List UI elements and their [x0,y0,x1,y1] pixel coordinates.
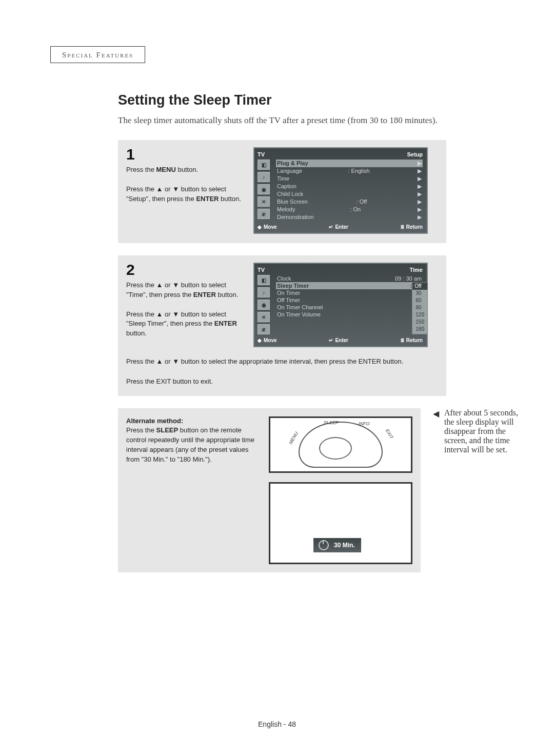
osd-item: On Timer Channel [276,304,423,311]
picture-icon: ◧ [258,160,270,170]
osd-category-icons: ◧ ♪ ◉ ✕ ⎚ [258,275,272,334]
osd-item: Time▶ [276,175,423,183]
osd-title: Time [410,267,423,273]
text: Press the ▲ or ▼ button to select "Sleep… [126,310,226,328]
remote-outline [299,422,383,468]
dropdown-option: 60 [416,297,424,304]
enter-label: ENTER [193,291,216,299]
text: button. [176,166,198,173]
osd-item-label: Language [277,168,302,174]
dropdown-option: 90 [416,304,424,311]
osd-tv-label: TV [258,151,265,157]
exit-label: EXIT [156,377,171,385]
alternate-method-block: Alternate method: Press the SLEEP button… [118,408,421,572]
text: button. [219,195,241,203]
osd-move-label: Move [264,224,277,230]
lead-paragraph: The sleep timer automatically shuts off … [118,115,518,126]
text: button to exit. [171,377,213,385]
step-2: 2 Press the ▲ or ▼ button to select "Tim… [118,255,446,396]
sleep-timer-dropdown: Off 30 60 90 120 150 180 [412,282,428,334]
osd-item-label: Caption [277,183,296,190]
updown-icon: ◆ [258,337,262,343]
osd-footer: ◆Move ↵Enter ⅢReturn [258,337,423,343]
remote-menu-label: MENU [288,431,299,445]
osd-setup-menu: TV Setup ◧ ♪ ◉ ✕ ⎚ Plug & Play▶ [253,147,428,234]
return-icon: Ⅲ [401,337,404,343]
osd-item: Demonstration▶ [276,213,423,221]
osd-item: Off Timer11 : [276,296,423,304]
osd-item: Caption▶ [276,183,423,190]
osd-item-value: : English [348,168,369,174]
osd-time-menu: TV Time ◧ ♪ ◉ ✕ ⎚ Clock09 : 30 am [253,263,428,347]
dropdown-option-selected: Off [412,283,427,290]
enter-label: ENTER [196,195,219,203]
sound-icon: ♪ [258,172,270,182]
osd-item-label: Off Timer [277,297,300,303]
osd-item: On Timer06 : [276,289,423,296]
sleep-popup-bar: 30 Min. [313,538,361,552]
dropdown-option: 150 [416,319,424,326]
input-icon: ⎚ [258,324,270,334]
sleep-label: SLEEP [156,426,179,434]
osd-item-value: : Off [357,198,367,205]
step-extra-instruction: Press the ▲ or ▼ button to select the ap… [126,356,438,387]
osd-item-label: On Timer Volume [277,311,321,317]
osd-category-icons: ◧ ♪ ◉ ✕ ⎚ [258,160,272,221]
text: button. [126,329,147,337]
osd-item: On Timer Volume [276,311,423,318]
osd-item-label: Sleep Timer [277,283,309,289]
arrow-icon: ▶ [416,206,422,213]
text: Press the ▲ or ▼ button to select the ap… [126,357,359,365]
arrow-icon: ▶ [416,168,422,174]
text: button. [216,291,238,299]
alt-heading: Alternate method: [126,417,183,425]
arrow-icon: ▶ [416,198,422,205]
osd-enter-label: Enter [335,224,348,230]
arrow-icon: ▶ [416,214,422,221]
text: button. [381,357,403,365]
osd-tv-label: TV [258,267,265,273]
osd-item: Plug & Play▶ [276,160,423,167]
arrow-icon: ▶ [416,175,422,182]
osd-item-label: Blue Screen [277,198,308,205]
osd-item-value: : On [350,206,361,213]
remote-sleep-label: SLEEP [324,420,339,425]
enter-icon: ↵ [329,337,333,343]
remote-info-label: INFO [359,421,370,426]
enter-icon: ↵ [329,224,333,230]
sleep-osd-popup: 30 Min. [269,482,412,564]
osd-item-label: On Timer Channel [277,304,323,310]
osd-return-label: Return [406,224,423,230]
text: Press the [126,377,156,385]
enter-label: ENTER [359,357,381,365]
osd-item: Language: English▶ [276,167,423,175]
setup-icon: ✕ [258,196,270,207]
arrow-icon: ▶ [416,160,422,167]
step-instruction: Press the MENU button. Press the ▲ or ▼ … [126,165,244,204]
step-instruction: Press the ▲ or ▼ button to select "Time"… [126,281,244,339]
remote-exit-label: EXIT [385,428,394,439]
remote-diagram: SLEEP INFO MENU EXIT [269,416,412,473]
osd-item: Melody: On▶ [276,206,423,213]
updown-icon: ◆ [258,224,262,230]
osd-item: Blue Screen: Off▶ [276,198,423,206]
osd-return-label: Return [406,337,423,343]
osd-title: Setup [407,151,423,157]
osd-item: Child Lock▶ [276,190,423,198]
menu-label: MENU [156,166,176,173]
osd-item: Clock09 : 30 am [276,275,423,282]
osd-item-label: Melody [277,206,295,213]
osd-item-label: Child Lock [277,191,303,197]
dropdown-option: 180 [416,326,424,333]
text: Press the [126,426,156,434]
side-note: ◀ After about 5 seconds, the sleep displ… [433,408,518,454]
osd-item-list: Plug & Play▶ Language: English▶ Time▶ Ca… [276,160,423,221]
left-triangle-icon: ◀ [433,408,439,454]
sound-icon: ♪ [258,287,270,297]
return-icon: Ⅲ [401,224,404,230]
text: Press the [126,166,156,173]
osd-item-value: 09 : 30 am [395,275,422,282]
sleep-popup-value: 30 Min. [334,542,355,549]
enter-label: ENTER [214,320,237,327]
dropdown-option: 30 [416,290,424,297]
